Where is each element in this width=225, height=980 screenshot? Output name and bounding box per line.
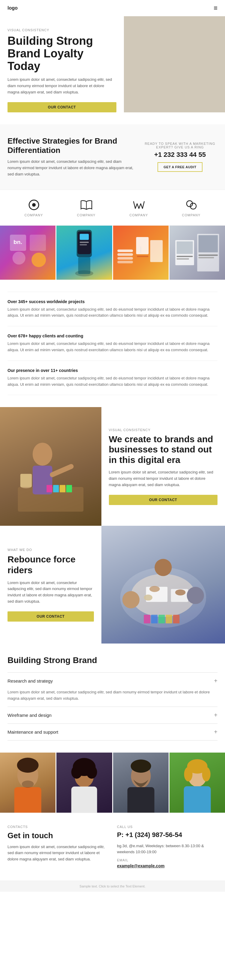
hero-title: Building Strong Brand Loyalty Today xyxy=(8,35,116,72)
hero-section: VISUAL CONSISTENCY Building Strong Brand… xyxy=(0,16,225,124)
rebounce-cta-button[interactable]: OUR CONTACT xyxy=(8,611,94,622)
team-photo-3 xyxy=(113,752,169,813)
logos-row: COMPANY COMPANY COMPANY COMPANY xyxy=(0,189,225,226)
logo-label-4: COMPANY xyxy=(182,213,201,217)
email-label: EMAIL xyxy=(117,858,217,862)
svg-rect-70 xyxy=(166,615,172,624)
company-logo-4 xyxy=(185,198,198,212)
company-logo-1 xyxy=(27,198,41,212)
stats-section: Over 345+ success worldwide projects Lor… xyxy=(0,280,225,407)
call-info: bg.3d, @e.mail, Weekdays: between 8.30-1… xyxy=(117,843,217,856)
svg-rect-51 xyxy=(46,485,52,492)
team-photo-4 xyxy=(170,752,225,813)
svg-point-63 xyxy=(122,591,139,608)
svg-rect-82 xyxy=(127,787,154,813)
svg-rect-37 xyxy=(137,256,149,257)
svg-rect-42 xyxy=(199,235,218,252)
svg-rect-4 xyxy=(171,38,188,54)
stat-desc-2: Lorem ipsum dolor sit amet, consectetur … xyxy=(8,341,217,353)
svg-rect-28 xyxy=(80,244,87,245)
svg-rect-33 xyxy=(117,257,133,259)
svg-rect-41 xyxy=(177,241,193,254)
logo-item-1: COMPANY xyxy=(25,198,43,217)
svg-rect-43 xyxy=(177,256,193,257)
strategies-call-label: READY TO SPEAK WITH A MARKETING EXPERT? … xyxy=(143,142,217,149)
svg-point-61 xyxy=(144,595,152,601)
accordion-icon-1: + xyxy=(214,678,217,684)
strategies-phone: +1 232 333 44 55 xyxy=(143,151,217,159)
accordion-header-2[interactable]: Wireframe and design + xyxy=(8,707,217,724)
svg-point-22 xyxy=(12,251,25,264)
hero-left: VISUAL CONSISTENCY Building Strong Brand… xyxy=(0,16,124,124)
contact-right: CALL US P: +1 (324) 987-56-54 bg.3d, @e.… xyxy=(117,825,217,869)
logo-label-2: COMPANY xyxy=(77,213,96,217)
rebounce-section: WHAT WE DO Rebounce force riders Lorem i… xyxy=(0,526,225,644)
create-illustration xyxy=(5,413,96,520)
accordion-icon-3: + xyxy=(214,729,217,735)
building-section: Building Strong Brand Research and strat… xyxy=(0,644,225,752)
svg-point-87 xyxy=(184,767,192,781)
svg-rect-1 xyxy=(124,64,225,112)
footer-note: Sample text. Click to select the Text El… xyxy=(0,881,225,892)
stat-item-2: Over 678+ happy clients and counting Lor… xyxy=(8,326,217,361)
strategies-left: Effective Strategies for Brand Different… xyxy=(8,137,133,178)
free-audit-button[interactable]: GET A FREE AUDIT xyxy=(157,162,202,172)
create-right: VISUAL CONSISTENCY We create to brands a… xyxy=(101,407,225,526)
rebounce-image xyxy=(101,526,225,644)
rebounce-illustration xyxy=(105,529,222,641)
create-cta-button[interactable]: OUR CONTACT xyxy=(109,495,218,505)
svg-rect-5 xyxy=(142,52,158,69)
contact-title: Get in touch xyxy=(8,831,108,840)
svg-rect-26 xyxy=(80,234,89,240)
create-image-placeholder xyxy=(0,407,101,526)
svg-rect-56 xyxy=(21,474,32,487)
logo-item-4: COMPANY xyxy=(182,198,201,217)
building-title: Building Strong Brand xyxy=(8,655,217,665)
create-image xyxy=(0,407,101,526)
svg-rect-73 xyxy=(14,787,41,813)
hero-image-placeholder xyxy=(124,16,225,112)
strategies-title: Effective Strategies for Brand Different… xyxy=(8,137,133,155)
logo-item-2: COMPANY xyxy=(77,198,96,217)
create-title: We create to brands and businesses to st… xyxy=(109,434,218,465)
svg-rect-85 xyxy=(184,786,211,813)
svg-rect-20 xyxy=(30,235,46,251)
accordion-header-3[interactable]: Maintenance and support + xyxy=(8,724,217,740)
svg-rect-53 xyxy=(60,485,65,492)
hero-cta-button[interactable]: OUR CONTACT xyxy=(8,102,116,112)
accordion-header-1[interactable]: Research and strategy + xyxy=(8,673,217,689)
contact-tag: CONTACTS xyxy=(8,825,108,829)
navigation: logo ≡ xyxy=(0,0,225,16)
strategies-description: Lorem ipsum dolor sit amet, consectetur … xyxy=(8,159,133,177)
company-logo-2 xyxy=(80,198,93,212)
svg-rect-35 xyxy=(136,237,149,254)
svg-point-15 xyxy=(32,203,36,207)
call-phone: P: +1 (324) 987-56-54 xyxy=(117,831,217,839)
svg-rect-10 xyxy=(144,52,157,67)
contact-description: Lorem ipsum dolor sit amet, consectetur … xyxy=(8,844,108,862)
menu-icon[interactable]: ≡ xyxy=(214,4,217,12)
rebounce-title: Rebounce force riders xyxy=(8,554,94,576)
gallery-item-1: bn. xyxy=(0,226,55,280)
accordion-label-2: Wireframe and design xyxy=(8,713,52,718)
rebounce-left: WHAT WE DO Rebounce force riders Lorem i… xyxy=(0,526,101,644)
svg-rect-30 xyxy=(78,257,90,274)
create-description: Lorem ipsum dolor sit amet, consectetur … xyxy=(109,469,218,488)
svg-point-48 xyxy=(33,442,52,466)
accordion-body-1: Lorem ipsum dolor sit amet, consectetur … xyxy=(8,689,217,706)
stat-title-3: Our presence in over 11+ countries xyxy=(8,368,217,373)
company-logo-3 xyxy=(132,198,146,212)
svg-point-64 xyxy=(187,587,204,604)
contact-email-link[interactable]: example@example.com xyxy=(117,864,165,868)
rebounce-tag: WHAT WE DO xyxy=(8,548,94,552)
gallery-item-4 xyxy=(170,226,225,280)
accordion-item-2: Wireframe and design + xyxy=(8,706,217,724)
hero-image xyxy=(124,16,225,124)
svg-rect-34 xyxy=(117,261,133,263)
gallery-item-3 xyxy=(113,226,169,280)
contact-section: CONTACTS Get in touch Lorem ipsum dolor … xyxy=(0,813,225,881)
gallery-grid: bn. xyxy=(0,226,225,280)
svg-point-75 xyxy=(22,781,34,788)
svg-point-9 xyxy=(144,40,157,53)
svg-point-80 xyxy=(86,765,97,779)
